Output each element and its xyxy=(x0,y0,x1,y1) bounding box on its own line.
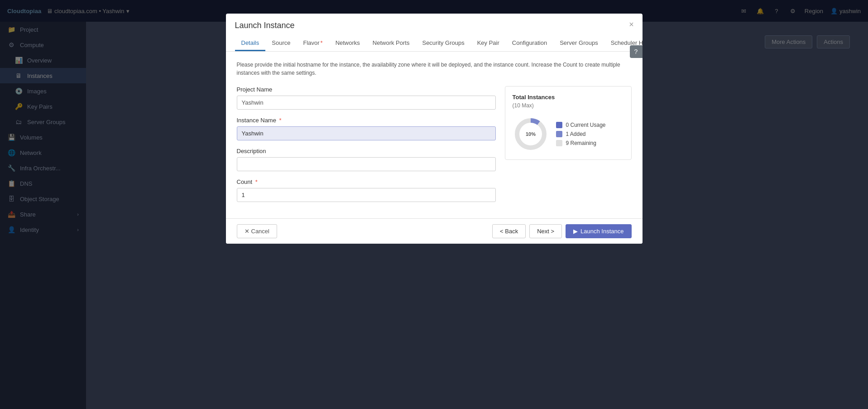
tab-flavor[interactable]: Flavor* xyxy=(297,36,329,51)
instance-name-required: * xyxy=(279,117,282,124)
modal-close-button[interactable]: × xyxy=(626,19,637,30)
added-color xyxy=(556,131,562,137)
instance-name-label: Instance Name * xyxy=(237,117,496,124)
modal-overlay: ? Launch Instance × Details Source Flavo… xyxy=(0,0,868,409)
total-instances-box: Total Instances (10 Max) 1 xyxy=(505,86,632,160)
tab-configuration[interactable]: Configuration xyxy=(506,36,553,51)
count-input[interactable] xyxy=(237,188,496,202)
svg-text:10%: 10% xyxy=(525,131,535,137)
tab-network-ports[interactable]: Network Ports xyxy=(366,36,416,51)
description-group: Description xyxy=(237,148,496,171)
modal-content-grid: Project Name Instance Name * Description xyxy=(237,86,632,209)
current-usage-color xyxy=(556,122,562,128)
launch-icon: ▶ xyxy=(573,228,578,235)
donut-chart: 10% xyxy=(513,116,549,152)
remaining-color xyxy=(556,140,562,146)
legend-added: 1 Added xyxy=(556,131,606,137)
cancel-button[interactable]: ✕ Cancel xyxy=(237,224,277,238)
legend-current-usage: 0 Current Usage xyxy=(556,122,606,128)
footer-right: < Back Next > ▶ Launch Instance xyxy=(492,224,631,238)
tab-networks[interactable]: Networks xyxy=(329,36,366,51)
tab-security-groups[interactable]: Security Groups xyxy=(416,36,470,51)
legend-remaining: 9 Remaining xyxy=(556,140,606,146)
tab-details[interactable]: Details xyxy=(235,36,266,51)
modal-title: Launch Instance xyxy=(235,21,633,30)
project-name-label: Project Name xyxy=(237,86,496,93)
count-required: * xyxy=(255,178,258,185)
modal-description: Please provide the initial hostname for … xyxy=(237,61,632,77)
chart-container: 10% 0 Current Usage 1 Added xyxy=(513,116,624,152)
total-instances-subtitle: (10 Max) xyxy=(513,102,624,109)
modal-form: Project Name Instance Name * Description xyxy=(237,86,496,209)
description-label: Description xyxy=(237,148,496,154)
modal-body: Please provide the initial hostname for … xyxy=(226,52,643,218)
count-label: Count * xyxy=(237,178,496,185)
footer-left: ✕ Cancel xyxy=(237,224,277,238)
instance-name-group: Instance Name * xyxy=(237,117,496,140)
tab-key-pair[interactable]: Key Pair xyxy=(471,36,506,51)
modal-header: Launch Instance × Details Source Flavor*… xyxy=(226,14,643,52)
tab-scheduler-hints[interactable]: Scheduler Hints xyxy=(604,36,643,51)
modal-sidebar: Total Instances (10 Max) 1 xyxy=(505,86,632,209)
tab-server-groups[interactable]: Server Groups xyxy=(553,36,604,51)
tab-source[interactable]: Source xyxy=(265,36,297,51)
project-name-group: Project Name xyxy=(237,86,496,110)
count-group: Count * xyxy=(237,178,496,202)
launch-instance-modal: ? Launch Instance × Details Source Flavo… xyxy=(226,14,643,244)
description-input[interactable] xyxy=(237,157,496,171)
cancel-icon: ✕ xyxy=(245,228,249,235)
total-instances-title: Total Instances xyxy=(513,94,624,101)
project-name-input[interactable] xyxy=(237,96,496,110)
launch-instance-button[interactable]: ▶ Launch Instance xyxy=(566,224,631,238)
modal-footer: ✕ Cancel < Back Next > ▶ Launch Instance xyxy=(226,218,643,244)
back-button[interactable]: < Back xyxy=(492,224,526,238)
next-button[interactable]: Next > xyxy=(529,224,562,238)
instance-name-input[interactable] xyxy=(237,126,496,140)
modal-tabs: Details Source Flavor* Networks Network … xyxy=(235,36,633,51)
legend: 0 Current Usage 1 Added 9 Remaining xyxy=(556,122,606,146)
